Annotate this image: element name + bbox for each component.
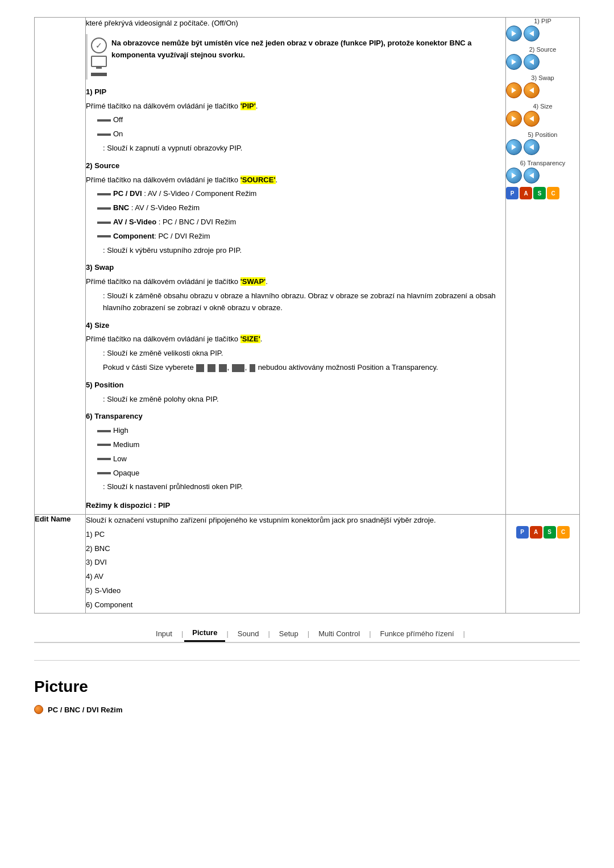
source-item-1: PC / DVI : AV / S-Video / Component Reži… [86,188,505,200]
edit-pasc-row: P A S C [506,526,579,539]
position-btn-right[interactable] [506,139,522,155]
orange-circle-icon [34,705,43,714]
size-desc1: : Slouží ke změně velikosti okna PIP. [86,348,505,360]
position-right-buttons[interactable] [506,139,579,155]
arrow-left-icon6 [529,173,534,178]
transparency-right-section: 6) Transparency P A S C [506,160,579,199]
nav-sep-3: | [267,629,271,638]
nav-bar: Input | Picture | Sound | Setup | Multi … [34,625,580,643]
size-sq5 [250,364,255,372]
edit-pasc-c[interactable]: C [557,526,570,539]
transparency-right-buttons[interactable] [506,168,579,183]
nav-input[interactable]: Input [148,626,180,641]
stand-icon [91,73,107,76]
size-right-label: 4) Size [506,103,579,110]
pip-right-section: 1) PIP [506,18,579,41]
modes-label: Režimy k dispozici : PIP [86,500,505,512]
source-item-3: AV / S-Video : PC / BNC / DVI Režim [86,216,505,228]
nav-prime-control[interactable]: Funkce přímého řízení [372,626,462,641]
pip-content-cell: které překrývá videosignál z počítače. (… [86,18,506,515]
edit-item-5: 5) S-Video [86,585,505,597]
pasc-p-btn[interactable]: P [506,187,518,199]
swap-right-buttons[interactable] [506,82,579,98]
size-subtitle: Přímé tlačítko na dálkovém ovládání je t… [86,333,505,345]
edit-item-2: 2) BNC [86,543,505,555]
source-item-2: BNC : AV / S-Video Režim [86,202,505,214]
nav-setup[interactable]: Setup [271,626,306,641]
size-sq1 [196,364,204,372]
transparency-right-label: 6) Transparency [506,160,579,166]
position-title: 5) Position [86,379,505,391]
source-right-buttons[interactable] [506,54,579,70]
warning-note-text: Na obrazovce nemůže být umístěn více než… [111,39,472,59]
edit-name-right: P A S C [506,514,580,614]
nav-picture[interactable]: Picture [184,625,225,642]
edit-name-content: Slouží k označení vstupního zařízení při… [86,514,506,614]
nav-sep-5: | [368,629,372,638]
arrow-right-icon4 [512,116,516,122]
edit-pasc-s[interactable]: S [544,526,556,539]
size-btn-right[interactable] [506,111,522,127]
size-right-buttons[interactable] [506,111,579,127]
edit-pasc-p[interactable]: P [516,526,529,539]
source-item-4: Component: PC / DVI Režim [86,231,505,243]
arrow-left-icon3 [529,87,534,93]
swap-btn-left[interactable] [524,82,540,98]
arrow-right-icon3 [512,87,516,93]
monitor-icon [91,56,107,67]
nav-sep-4: | [306,629,310,638]
transparency-title: 6) Transparency [86,411,505,423]
edit-name-desc: Slouží k označení vstupního zařízení při… [86,515,505,527]
page-wrapper: které překrývá videosignál z počítače. (… [0,0,614,868]
pip-off: Off [86,114,505,126]
warning-note: Na obrazovce nemůže být umístěn více než… [111,37,502,61]
pasc-s-btn[interactable]: S [533,187,546,199]
size-btn-left[interactable] [524,111,540,127]
nav-multi-control[interactable]: Multi Control [310,626,368,641]
check-icon: ✓ [91,37,107,53]
position-btn-left[interactable] [524,139,540,155]
edit-pasc-a[interactable]: A [530,526,542,539]
edit-item-3: 3) DVI [86,557,505,569]
pip-on: On [86,128,505,140]
trans-high: High [86,425,505,437]
size-right-section: 4) Size [506,103,579,127]
trans-desc: : Slouží k nastavení průhlednosti oken P… [86,481,505,493]
main-table: které překrývá videosignál z počítače. (… [34,17,580,614]
arrow-left-icon [529,31,534,36]
swap-btn-right[interactable] [506,82,522,98]
hr-divider [34,660,580,661]
arrow-right-icon5 [512,144,516,150]
trans-opaque: Opaque [86,468,505,479]
edit-item-1: 1) PC [86,529,505,541]
pip-btn-right[interactable] [506,26,522,41]
empty-left-cell [35,18,86,515]
arrow-right-icon2 [512,59,516,65]
edit-item-6: 6) Component [86,599,505,611]
picture-section: Picture PC / BNC / DVI Režim [34,678,580,714]
nav-sound[interactable]: Sound [230,626,267,641]
pip-right-buttons[interactable] [506,26,579,41]
picture-subtitle: PC / BNC / DVI Režim [48,706,122,714]
pasc-row: P A S C [506,187,579,199]
size-title: 4) Size [86,320,505,332]
nav-sep-1: | [180,629,184,638]
source-subtitle: Přímé tlačítko na dálkovém ovládání je t… [86,174,505,186]
position-desc: : Slouží ke změně polohy okna PIP. [86,394,505,406]
position-right-label: 5) Position [506,131,579,138]
pasc-a-btn[interactable]: A [520,187,532,199]
pip-btn-left[interactable] [524,26,540,41]
trans-btn-right[interactable] [506,168,522,183]
arrow-right-icon [512,31,516,36]
swap-title: 3) Swap [86,262,505,274]
pip-title: 1) PIP [86,86,505,98]
pasc-c-btn[interactable]: C [547,187,559,199]
source-btn-right[interactable] [506,54,522,70]
size-desc2: Pokud v části Size vyberete , , nebudou … [86,362,505,374]
trans-btn-left[interactable] [524,168,540,183]
source-btn-left[interactable] [524,54,540,70]
arrow-left-icon2 [529,59,534,65]
pip-right-label: 1) PIP [506,18,579,24]
right-panel: 1) PIP 2) Source [506,18,580,515]
edit-name-label: Edit Name [35,514,86,614]
